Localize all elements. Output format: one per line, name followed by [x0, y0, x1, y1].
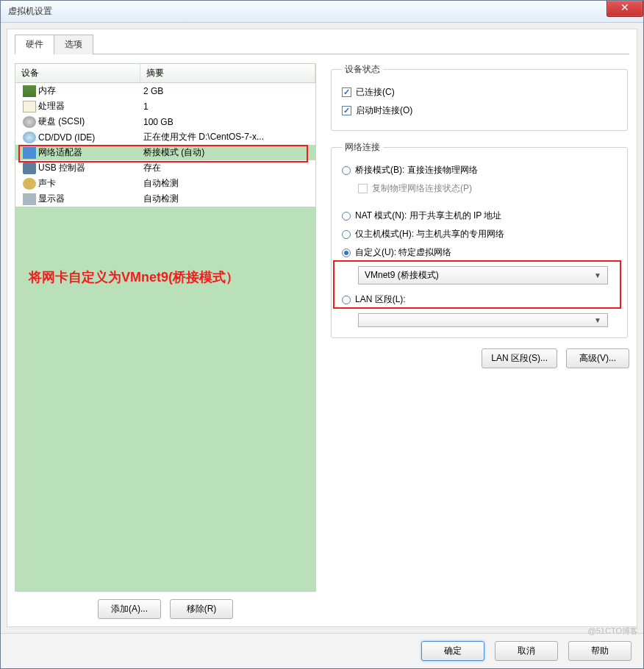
device-row-usb[interactable]: USB 控制器 存在: [15, 160, 315, 176]
disk-icon: [23, 116, 36, 128]
cpu-icon: [23, 101, 36, 112]
connect-on-start-label: 启动时连接(O): [356, 104, 412, 117]
lan-radio[interactable]: LAN 区段(L):: [342, 290, 617, 309]
left-buttons: 添加(A)... 移除(R): [15, 599, 316, 619]
device-row-network[interactable]: 网络适配器 桥接模式 (自动): [15, 145, 315, 160]
device-summary: 存在: [140, 162, 315, 174]
tab-hardware[interactable]: 硬件: [15, 35, 54, 54]
usb-icon: [23, 162, 36, 174]
close-icon[interactable]: ✕: [607, 1, 643, 17]
device-list-body: 内存 2 GB 处理器 1 硬盘 (SCSI) 100 GB CD/DVD: [15, 83, 315, 207]
content-area: 硬件 选项 设备 摘要 内存 2 GB 处理: [7, 29, 637, 627]
device-name: 声卡: [38, 177, 56, 190]
device-summary: 1: [140, 101, 315, 112]
vm-settings-window: 虚拟机设置 ✕ 硬件 选项 设备 摘要 内存 2 GB: [0, 0, 644, 669]
device-summary: 桥接模式 (自动): [140, 146, 315, 159]
device-row-sound[interactable]: 声卡 自动检测: [15, 176, 315, 191]
remove-button[interactable]: 移除(R): [170, 599, 233, 619]
chevron-down-icon: ▼: [594, 271, 601, 279]
sound-icon: [23, 178, 36, 190]
custom-radio[interactable]: 自定义(U): 特定虚拟网络: [342, 243, 617, 262]
custom-network-value: VMnet9 (桥接模式): [365, 269, 439, 282]
cd-icon: [23, 132, 36, 143]
device-row-display[interactable]: 显示器 自动检测: [15, 191, 315, 207]
device-summary: 自动检测: [140, 193, 315, 205]
chevron-down-icon: ▼: [594, 316, 601, 324]
device-row-disk[interactable]: 硬盘 (SCSI) 100 GB: [15, 114, 315, 129]
tab-options[interactable]: 选项: [54, 35, 93, 54]
lan-label: LAN 区段(L):: [355, 293, 406, 306]
ok-button[interactable]: 确定: [421, 641, 484, 661]
add-button[interactable]: 添加(A)...: [98, 599, 161, 619]
device-name: 硬盘 (SCSI): [38, 115, 85, 128]
titlebar: 虚拟机设置 ✕: [1, 1, 643, 23]
device-name: 显示器: [38, 193, 65, 205]
connected-label: 已连接(C): [356, 86, 395, 99]
device-summary: 正在使用文件 D:\CentOS-7-x...: [140, 131, 315, 143]
radio-icon[interactable]: [342, 230, 351, 239]
device-row-memory[interactable]: 内存 2 GB: [15, 83, 315, 99]
network-connection-group: 网络连接 桥接模式(B): 直接连接物理网络 复制物理网络连接状态(P) NAT…: [331, 141, 628, 338]
device-name: 网络适配器: [38, 146, 82, 159]
replicate-label: 复制物理网络连接状态(P): [372, 182, 472, 195]
device-list-header: 设备 摘要: [15, 64, 315, 83]
watermark: @51CTO博客: [588, 626, 638, 637]
checkbox-icon[interactable]: [342, 106, 351, 115]
hostonly-radio[interactable]: 仅主机模式(H): 与主机共享的专用网络: [342, 225, 617, 243]
device-list: 设备 摘要 内存 2 GB 处理器 1 硬盘 (SCSI): [15, 63, 316, 592]
tab-bar: 硬件 选项: [15, 34, 629, 54]
memory-icon: [23, 85, 36, 97]
right-panel: 设备状态 已连接(C) 启动时连接(O) 网络连接 桥接模式(B): 直接连接物: [329, 63, 629, 619]
device-row-cddvd[interactable]: CD/DVD (IDE) 正在使用文件 D:\CentOS-7-x...: [15, 129, 315, 145]
device-name: CD/DVD (IDE): [38, 132, 95, 143]
col-device[interactable]: 设备: [15, 64, 140, 82]
device-status-legend: 设备状态: [342, 63, 383, 76]
device-row-cpu[interactable]: 处理器 1: [15, 99, 315, 114]
lan-segment-select: ▼: [358, 313, 608, 327]
radio-icon[interactable]: [342, 248, 351, 257]
custom-label: 自定义(U): 特定虚拟网络: [355, 246, 451, 259]
display-icon: [23, 193, 36, 205]
device-name: 内存: [38, 85, 56, 97]
cancel-button[interactable]: 取消: [495, 641, 558, 661]
device-name: 处理器: [38, 100, 65, 112]
footer: 确定 取消 帮助: [1, 633, 643, 668]
device-summary: 100 GB: [140, 117, 315, 127]
network-connection-legend: 网络连接: [342, 141, 383, 154]
connected-checkbox-row[interactable]: 已连接(C): [342, 83, 617, 101]
advanced-button[interactable]: 高级(V)...: [566, 348, 629, 368]
right-buttons: LAN 区段(S)... 高级(V)...: [329, 348, 629, 368]
device-name: USB 控制器: [38, 162, 85, 174]
bridged-label: 桥接模式(B): 直接连接物理网络: [355, 164, 478, 176]
bridged-radio[interactable]: 桥接模式(B): 直接连接物理网络: [342, 161, 617, 179]
network-icon: [23, 147, 36, 159]
replicate-checkbox: 复制物理网络连接状态(P): [358, 179, 617, 198]
help-button[interactable]: 帮助: [568, 641, 632, 661]
radio-icon[interactable]: [342, 296, 351, 304]
body: 设备 摘要 内存 2 GB 处理器 1 硬盘 (SCSI): [15, 54, 629, 619]
checkbox-icon[interactable]: [342, 87, 351, 97]
connect-on-start-checkbox-row[interactable]: 启动时连接(O): [342, 101, 617, 120]
radio-icon[interactable]: [342, 166, 351, 175]
col-summary[interactable]: 摘要: [140, 64, 315, 82]
device-summary: 自动检测: [140, 177, 315, 190]
nat-radio[interactable]: NAT 模式(N): 用于共享主机的 IP 地址: [342, 207, 617, 225]
checkbox-icon: [358, 184, 368, 193]
hostonly-label: 仅主机模式(H): 与主机共享的专用网络: [355, 228, 504, 240]
radio-icon[interactable]: [342, 212, 351, 221]
custom-network-select[interactable]: VMnet9 (桥接模式) ▼: [358, 266, 608, 285]
device-summary: 2 GB: [140, 86, 315, 96]
device-status-group: 设备状态 已连接(C) 启动时连接(O): [331, 63, 628, 131]
lan-segments-button[interactable]: LAN 区段(S)...: [482, 348, 557, 368]
window-title: 虚拟机设置: [8, 5, 52, 18]
annotation-text: 将网卡自定义为VMnet9(桥接模式）: [29, 268, 239, 286]
nat-label: NAT 模式(N): 用于共享主机的 IP 地址: [355, 210, 501, 222]
left-panel: 设备 摘要 内存 2 GB 处理器 1 硬盘 (SCSI): [15, 63, 316, 619]
